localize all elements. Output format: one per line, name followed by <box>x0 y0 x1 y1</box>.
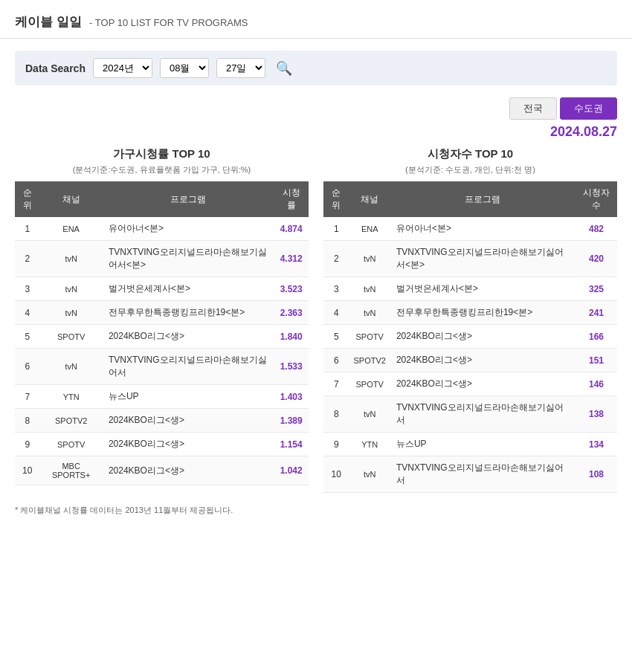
left-table-subtitle: (분석기준:수도권, 유료플랫폼 가입 가구, 단위:%) <box>15 164 309 175</box>
program-cell: TVNXTVING오리지널드라마손해보기싫어서<본> <box>390 241 575 277</box>
program-cell: 유어아너<본> <box>390 217 575 241</box>
table-row: 9 YTN 뉴스UP 134 <box>323 433 617 456</box>
channel-cell: tvN <box>39 349 102 385</box>
rating-cell: 4.312 <box>274 241 309 277</box>
program-cell: 벌거벗은세계사<본> <box>103 277 274 301</box>
rank-cell: 7 <box>15 385 39 409</box>
rank-cell: 5 <box>323 325 349 349</box>
rating-cell: 1.042 <box>274 456 309 485</box>
day-select[interactable]: 01일02일03일04일 05일06일07일08일 09일10일11일12일 1… <box>216 58 265 78</box>
rank-cell: 5 <box>15 325 39 349</box>
table-row: 5 SPOTV 2024KBO리그<생> 1.840 <box>15 325 309 349</box>
table-row: 8 SPOTV2 2024KBO리그<생> 1.389 <box>15 409 309 433</box>
program-cell: TVNXTVING오리지널드라마손해보기싫어서<본> <box>103 241 274 277</box>
month-select[interactable]: 01월02월03월04월 05월06월07월08월 09월10월11월12월 <box>160 58 209 78</box>
rating-cell: 2.363 <box>274 301 309 325</box>
channel-cell: SPOTV <box>349 325 390 349</box>
table-row: 2 tvN TVNXTVING오리지널드라마손해보기싫어서<본> 4.312 <box>15 241 309 277</box>
search-button[interactable]: 🔍 <box>273 60 295 77</box>
left-table-title: 가구시청률 TOP 10 <box>15 147 309 161</box>
year-select[interactable]: 2024년 2023년 2022년 <box>93 58 152 78</box>
rank-cell: 8 <box>15 409 39 433</box>
rank-cell: 6 <box>323 349 349 372</box>
rating-cell: 4.874 <box>274 217 309 241</box>
rank-cell: 7 <box>323 372 349 396</box>
table-row: 5 SPOTV 2024KBO리그<생> 166 <box>323 325 617 349</box>
program-cell: TVNXTVING오리지널드라마손해보기싫어서 <box>103 349 274 385</box>
table-row: 10 MBC SPORTS+ 2024KBO리그<생> 1.042 <box>15 456 309 485</box>
table-row: 7 SPOTV 2024KBO리그<생> 146 <box>323 372 617 396</box>
rating-cell: 1.154 <box>274 433 309 456</box>
viewers-cell: 146 <box>575 372 617 396</box>
table-row: 3 tvN 벌거벗은세계사<본> 325 <box>323 277 617 301</box>
channel-cell: SPOTV2 <box>349 349 390 372</box>
rank-cell: 2 <box>323 241 349 277</box>
channel-cell: SPOTV <box>39 325 102 349</box>
search-input[interactable] <box>303 62 607 74</box>
channel-cell: YTN <box>39 385 102 409</box>
site-name: 케이블 일일 <box>15 15 82 29</box>
table-row: 3 tvN 벌거벗은세계사<본> 3.523 <box>15 277 309 301</box>
rank-cell: 3 <box>323 277 349 301</box>
program-cell: TVNXTVING오리지널드라마손해보기싫어서 <box>390 396 575 433</box>
program-cell: 전무후무한특종랭킹프리한19<본> <box>103 301 274 325</box>
viewers-cell: 138 <box>575 396 617 433</box>
col-rank-right: 순위 <box>323 181 349 217</box>
right-table-subtitle: (분석기준: 수도권, 개인, 단위:천 명) <box>323 164 617 175</box>
channel-cell: ENA <box>349 217 390 241</box>
program-cell: 유어아너<본> <box>103 217 274 241</box>
rank-cell: 9 <box>323 433 349 456</box>
viewers-cell: 325 <box>575 277 617 301</box>
program-cell: 2024KBO리그<생> <box>103 433 274 456</box>
page-header: 케이블 일일 - TOP 10 LIST FOR TV PROGRAMS <box>0 0 632 39</box>
nationwide-button[interactable]: 전국 <box>509 97 557 120</box>
table-row: 10 tvN TVNXTVING오리지널드라마손해보기싫어서 108 <box>323 456 617 493</box>
household-rating-table: 순위 채널 프로그램 시청률 1 ENA 유어아너<본> 4.874 2 tvN… <box>15 181 309 485</box>
channel-cell: tvN <box>39 277 102 301</box>
table-row: 1 ENA 유어아너<본> 4.874 <box>15 217 309 241</box>
program-cell: 2024KBO리그<생> <box>390 349 575 372</box>
program-cell: 2024KBO리그<생> <box>103 325 274 349</box>
program-cell: 2024KBO리그<생> <box>103 456 274 485</box>
viewers-cell: 151 <box>575 349 617 372</box>
rank-cell: 6 <box>15 349 39 385</box>
rank-cell: 1 <box>323 217 349 241</box>
rating-cell: 1.389 <box>274 409 309 433</box>
channel-cell: tvN <box>349 241 390 277</box>
rating-cell: 3.523 <box>274 277 309 301</box>
program-cell: 전무후무한특종랭킹프리한19<본> <box>390 301 575 325</box>
viewers-cell: 108 <box>575 456 617 493</box>
viewers-cell: 420 <box>575 241 617 277</box>
tables-container: 가구시청률 TOP 10 (분석기준:수도권, 유료플랫폼 가입 가구, 단위:… <box>0 147 632 493</box>
metropolitan-button[interactable]: 수도권 <box>560 97 617 120</box>
channel-cell: tvN <box>349 456 390 493</box>
channel-cell: tvN <box>39 241 102 277</box>
col-program-left: 프로그램 <box>103 181 274 217</box>
table-row: 1 ENA 유어아너<본> 482 <box>323 217 617 241</box>
table-row: 4 tvN 전무후무한특종랭킹프리한19<본> 241 <box>323 301 617 325</box>
col-rank-left: 순위 <box>15 181 39 217</box>
channel-cell: tvN <box>349 396 390 433</box>
viewer-count-table: 순위 채널 프로그램 시청자수 1 ENA 유어아너<본> 482 2 tvN … <box>323 181 617 493</box>
viewers-cell: 134 <box>575 433 617 456</box>
viewer-count-section: 시청자수 TOP 10 (분석기준: 수도권, 개인, 단위:천 명) 순위 채… <box>323 147 617 493</box>
channel-cell: tvN <box>349 277 390 301</box>
page-subtitle: - TOP 10 LIST FOR TV PROGRAMS <box>89 17 248 28</box>
viewers-cell: 166 <box>575 325 617 349</box>
rating-cell: 1.403 <box>274 385 309 409</box>
col-viewers-right: 시청자수 <box>575 181 617 217</box>
channel-cell: MBC SPORTS+ <box>39 456 102 485</box>
household-rating-section: 가구시청률 TOP 10 (분석기준:수도권, 유료플랫폼 가입 가구, 단위:… <box>15 147 309 485</box>
rank-cell: 3 <box>15 277 39 301</box>
rank-cell: 9 <box>15 433 39 456</box>
rank-cell: 4 <box>323 301 349 325</box>
search-bar: Data Search 2024년 2023년 2022년 01월02월03월0… <box>15 51 617 85</box>
viewers-cell: 482 <box>575 217 617 241</box>
rank-cell: 10 <box>15 456 39 485</box>
right-table-title: 시청자수 TOP 10 <box>323 147 617 161</box>
table-row: 6 SPOTV2 2024KBO리그<생> 151 <box>323 349 617 372</box>
channel-cell: SPOTV2 <box>39 409 102 433</box>
rating-cell: 1.840 <box>274 325 309 349</box>
rank-cell: 1 <box>15 217 39 241</box>
table-row: 8 tvN TVNXTVING오리지널드라마손해보기싫어서 138 <box>323 396 617 433</box>
